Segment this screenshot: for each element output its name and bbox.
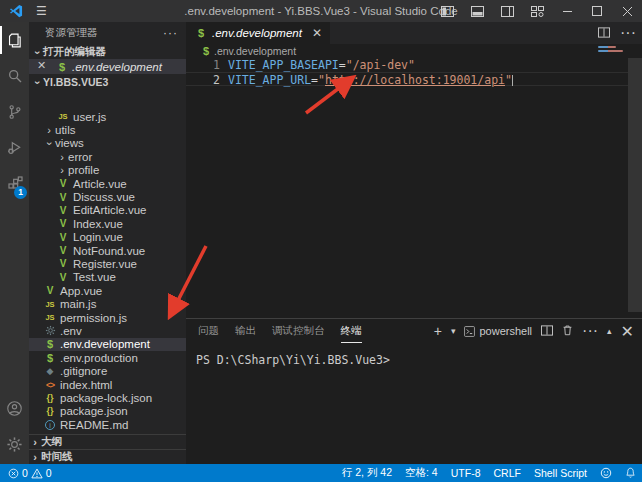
breadcrumb[interactable]: $ .env.development [186, 44, 642, 58]
settings-gear-icon[interactable] [0, 426, 29, 462]
terminal-dropdown-icon[interactable]: ▾ [451, 326, 456, 336]
panel-tab-终端[interactable]: 终端 [341, 319, 362, 343]
close-tab-icon[interactable]: ✕ [312, 26, 322, 40]
panel-more-actions-icon[interactable]: ··· [582, 322, 598, 340]
tree-item-label: package.json [60, 405, 128, 417]
tree-item-label: .env [60, 325, 82, 337]
code-editor[interactable]: 1VITE_APP_BASEAPI="/api-dev"2VITE_APP_UR… [186, 58, 628, 86]
vue-file-icon: V [56, 272, 70, 283]
chevron-right-icon: › [56, 151, 68, 163]
chevron-down-icon: › [32, 46, 44, 58]
tree-item-env-production[interactable]: $.env.production [29, 351, 186, 364]
minimize-button[interactable] [552, 0, 582, 22]
js-file-icon: JS [56, 112, 70, 121]
tree-item-label: Article.vue [73, 178, 127, 190]
extensions-icon[interactable]: 1 [0, 166, 29, 202]
tree-item-notfound-vue[interactable]: VNotFound.vue [29, 244, 186, 257]
js-file-icon: JS [43, 300, 57, 309]
terminal-output[interactable]: PS D:\CSharp\Yi\Yi.BBS.Vue3> [186, 349, 642, 464]
json-file-icon: {} [43, 406, 57, 416]
notifications-bell-icon[interactable] [625, 467, 636, 479]
tree-item-app-vue[interactable]: VApp.vue [29, 284, 186, 297]
tree-item-editarticle-vue[interactable]: VEditArticle.vue [29, 204, 186, 217]
tree-item-profile[interactable]: ›profile [29, 164, 186, 177]
eol-status[interactable]: CRLF [493, 467, 520, 479]
tree-item-test-vue[interactable]: VTest.vue [29, 271, 186, 284]
vscode-window: ☰ .env.development - Yi.BBS.Vue3 - Visua… [0, 0, 642, 482]
tree-item-readme-md[interactable]: iREADME.md [29, 418, 186, 431]
tree-item-permission-js[interactable]: JSpermission.js [29, 311, 186, 324]
maximize-button[interactable] [582, 0, 612, 22]
tree-item-error[interactable]: ›error [29, 150, 186, 163]
search-icon[interactable] [0, 58, 29, 94]
new-terminal-icon[interactable]: + [434, 323, 442, 339]
toggle-panel-icon[interactable] [462, 0, 492, 22]
tree-item-gitignore[interactable]: ◆.gitignore [29, 364, 186, 377]
explorer-icon[interactable] [0, 22, 29, 58]
tree-item-main-js[interactable]: JSmain.js [29, 297, 186, 310]
split-terminal-icon[interactable] [541, 322, 553, 340]
tree-item-user-js[interactable]: JSuser.js [29, 110, 186, 123]
minimap[interactable] [598, 46, 628, 106]
maximize-panel-icon[interactable]: ▴ [607, 326, 612, 336]
open-editors-header[interactable]: › 打开的编辑器 [29, 44, 186, 59]
tree-item-views[interactable]: ›views [29, 137, 186, 150]
tab-bar: $ .env.development ✕ ··· [186, 22, 642, 44]
split-editor-icon[interactable] [598, 24, 610, 42]
tree-item-label: main.js [60, 298, 96, 310]
tree-item-utils[interactable]: ›utils [29, 123, 186, 136]
shell-file-icon: $ [55, 61, 69, 73]
accounts-icon[interactable] [0, 390, 29, 426]
tree-item-label: profile [68, 164, 99, 176]
source-control-icon[interactable] [0, 94, 29, 130]
tree-item-env[interactable]: .env [29, 324, 186, 337]
tree-item-index-vue[interactable]: VIndex.vue [29, 217, 186, 230]
line-number: 2 [186, 73, 220, 85]
encoding-status[interactable]: UTF-8 [451, 467, 481, 479]
panel-tab-问题[interactable]: 问题 [198, 319, 219, 343]
code-text: VITE_APP_URL="http://localhost:19001/api… [220, 73, 513, 85]
feedback-icon[interactable] [600, 467, 612, 479]
vue-file-icon: V [56, 178, 70, 189]
tree-item-register-vue[interactable]: VRegister.vue [29, 257, 186, 270]
project-root-header[interactable]: › YI.BBS.VUE3 [29, 74, 186, 89]
code-line-1[interactable]: 1VITE_APP_BASEAPI="/api-dev" [186, 58, 628, 72]
indentation-status[interactable]: 空格: 4 [405, 466, 438, 480]
open-editor-item-env-development[interactable]: ✕ $ .env.development [29, 59, 186, 74]
close-icon[interactable]: ✕ [37, 59, 46, 72]
close-panel-icon[interactable]: ✕ [621, 322, 634, 341]
code-line-2[interactable]: 2VITE_APP_URL="http://localhost:19001/ap… [186, 72, 628, 86]
tree-item-package-lock-json[interactable]: {}package-lock.json [29, 391, 186, 404]
menu-hamburger-icon[interactable]: ☰ [36, 4, 47, 18]
tree-item-package-json[interactable]: {}package.json [29, 405, 186, 418]
chevron-right-icon: › [29, 451, 41, 463]
kill-terminal-icon[interactable] [562, 322, 573, 340]
panel-tab-输出[interactable]: 输出 [235, 319, 256, 343]
toggle-sidebar-icon[interactable] [432, 0, 462, 22]
problems-status[interactable]: 0 0 [0, 467, 52, 479]
tree-item-index-html[interactable]: <>index.html [29, 378, 186, 391]
tree-item-env-development[interactable]: $.env.development [29, 338, 186, 351]
toggle-secondary-sidebar-icon[interactable] [492, 0, 522, 22]
error-icon [8, 468, 19, 479]
run-and-debug-icon[interactable] [0, 130, 29, 166]
language-mode-status[interactable]: Shell Script [534, 467, 587, 479]
editor-scrollbar[interactable] [628, 58, 642, 312]
tab-env-development[interactable]: $ .env.development ✕ [186, 22, 330, 44]
tree-item-login-vue[interactable]: VLogin.vue [29, 231, 186, 244]
timeline-section-header[interactable]: › 时间线 [29, 449, 186, 464]
tree-item-label: Index.vue [73, 218, 123, 230]
tree-item-label: utils [55, 124, 75, 136]
close-window-button[interactable] [612, 0, 642, 22]
more-actions-icon[interactable]: ··· [163, 26, 178, 40]
panel-tab-调试控制台[interactable]: 调试控制台 [272, 319, 325, 343]
outline-section-header[interactable]: › 大纲 [29, 434, 186, 449]
chevron-right-icon: › [56, 164, 68, 176]
tree-item-discuss-vue[interactable]: VDiscuss.vue [29, 190, 186, 203]
cursor-position-status[interactable]: 行 2, 列 42 [342, 466, 392, 480]
editor-more-actions-icon[interactable]: ··· [620, 24, 636, 42]
shell-file-icon: $ [200, 45, 212, 57]
tree-item-article-vue[interactable]: VArticle.vue [29, 177, 186, 190]
customize-layout-icon[interactable] [522, 0, 552, 22]
terminal-instance-powershell[interactable]: powershell [464, 325, 532, 337]
